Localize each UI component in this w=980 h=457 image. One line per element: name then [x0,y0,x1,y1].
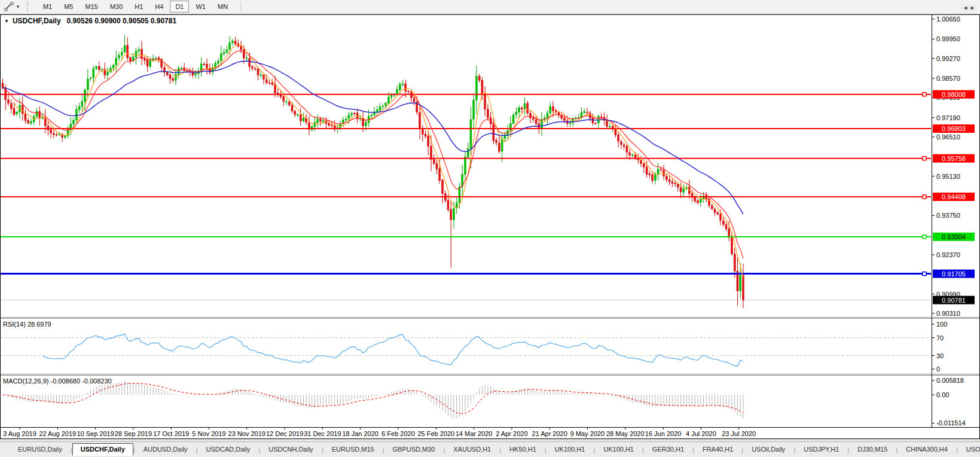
svg-text:4 Jul 2020: 4 Jul 2020 [686,430,716,437]
svg-text:0.95130: 0.95130 [936,173,960,180]
timeframe-button-h4[interactable]: H4 [149,1,169,13]
rsi-label: RSI(14) 28.6979 [3,321,51,328]
macd-label: MACD(12,26,9) -0.008680 -0.008230 [3,377,112,385]
timeframe-button-m30[interactable]: M30 [105,1,128,13]
svg-text:0.96510: 0.96510 [936,133,960,141]
chart-title: ▼ USDCHF,Daily 0.90526 0.90900 0.90505 0… [4,17,176,25]
svg-text:-0.011514: -0.011514 [936,419,966,426]
timeframe-buttons: M1M5M15M30H1H4D1W1MN [35,0,236,13]
svg-text:31 Dec 2019: 31 Dec 2019 [304,430,341,437]
timeframe-button-h1[interactable]: H1 [129,1,148,13]
trendline-tool-icon [4,2,14,11]
chart-window: ▼ USDCHF,Daily 0.90526 0.90900 0.90505 0… [0,14,980,439]
svg-text:30: 30 [936,352,944,359]
dropdown-caret-icon[interactable]: ▼ [16,4,20,10]
svg-text:17 Oct 2019: 17 Oct 2019 [153,430,189,437]
chart-tab-eurusd-m15[interactable]: EURUSD,M15 [323,443,383,456]
svg-text:0.99950: 0.99950 [936,35,960,42]
level-marker[interactable] [923,195,926,199]
chart-tab-usdchf-daily[interactable]: USDCHF,Daily [72,443,133,456]
svg-text:0.94408: 0.94408 [942,193,966,200]
chart-tab-hk50-h1[interactable]: HK50,H1 [501,443,545,456]
chart-tab-xauusd-h1[interactable]: XAUUSD,H1 [445,443,499,456]
chart-symbol-label: USDCHF,Daily [13,17,61,25]
svg-text:0.93004: 0.93004 [942,233,966,240]
chart-ohlc-values: 0.90526 0.90900 0.90505 0.90781 [67,17,177,25]
trendline-tool-button[interactable]: ▼ [2,1,22,12]
svg-text:2 Apr 2020: 2 Apr 2020 [496,430,527,437]
chart-tab-eurusd-daily[interactable]: EURUSD,Daily [10,443,71,456]
level-marker[interactable] [923,272,926,276]
chart-tab-audusd-daily[interactable]: AUDUSD,Daily [135,443,196,456]
svg-text:0.99270: 0.99270 [936,55,960,62]
chart-tab-usdjpy-h1[interactable]: USDJPY,H1 [795,443,847,456]
timeframe-button-m15[interactable]: M15 [80,1,103,13]
svg-text:0.00: 0.00 [936,391,949,398]
svg-text:28 Sep 2019: 28 Sep 2019 [115,430,152,437]
svg-text:0.96803: 0.96803 [942,125,966,132]
tab-scroll-left-icon[interactable]: ◄ [963,5,970,11]
chart-tab-china300-h4[interactable]: CHINA300,H4 [897,443,956,456]
chart-tab-ger30-h1[interactable]: GER30,H1 [644,443,692,456]
chart-tab-uk100-h1[interactable]: UK100,H1 [547,443,594,456]
symbol-caret-icon[interactable]: ▼ [4,19,9,24]
chart-tab-gbpusd-m30[interactable]: GBPUSD,M30 [384,443,444,456]
svg-text:21 Apr 2020: 21 Apr 2020 [532,430,567,437]
chart-tab-dj30-m15[interactable]: DJ30,M15 [849,443,896,456]
svg-text:25 Feb 2020: 25 Feb 2020 [417,430,454,437]
svg-text:12 Dec 2019: 12 Dec 2019 [266,430,303,437]
svg-text:0.90781: 0.90781 [942,297,966,304]
svg-text:70: 70 [936,334,944,342]
svg-text:0.95758: 0.95758 [942,155,966,162]
level-marker[interactable] [923,93,926,96]
svg-text:23 Jul 2020: 23 Jul 2020 [722,430,756,437]
toolbar-grip [27,2,31,11]
svg-text:0.97190: 0.97190 [936,114,960,121]
chart-tab-usoil-daily[interactable]: USOil,Daily [743,443,793,456]
chart-tab-uk100-h1[interactable]: UK100,H1 [595,443,642,456]
timeframe-button-m5[interactable]: M5 [59,1,78,13]
chart-tab-usoil-h4[interactable]: USOil,H4 [958,443,980,456]
tab-scroll-right-icon[interactable]: ► [970,5,977,11]
timeframe-button-d1[interactable]: D1 [170,1,189,13]
level-marker[interactable] [923,157,926,160]
svg-text:16 Jun 2020: 16 Jun 2020 [645,430,682,437]
svg-text:0.98570: 0.98570 [936,75,960,82]
svg-text:3 Aug 2019: 3 Aug 2019 [3,430,36,437]
chart-tab-fra40-h1[interactable]: FRA40,H1 [694,443,741,456]
chart-tab-usdcnh-daily[interactable]: USDCNH,Daily [260,443,322,456]
chart-tab-usdcad-daily[interactable]: USDCAD,Daily [197,443,258,456]
svg-text:0.98008: 0.98008 [942,91,966,98]
svg-text:9 May 2020: 9 May 2020 [570,430,605,437]
level-marker[interactable] [923,235,926,239]
svg-text:14 Mar 2020: 14 Mar 2020 [456,430,493,437]
timeframe-button-m1[interactable]: M1 [38,1,57,13]
svg-text:23 Nov 2019: 23 Nov 2019 [228,430,265,437]
svg-text:22 Aug 2019: 22 Aug 2019 [39,430,76,437]
svg-text:18 Jan 2020: 18 Jan 2020 [342,430,378,437]
toolbar-divider [240,2,241,11]
chart-canvas[interactable]: RSI(14) 28.6979MACD(12,26,9) -0.008680 -… [0,14,980,439]
svg-text:0.93750: 0.93750 [936,212,960,219]
svg-text:0.90310: 0.90310 [936,310,960,317]
svg-text:100: 100 [936,321,947,328]
tab-scroll-arrows: ◄► [960,5,977,11]
svg-text:0: 0 [936,365,940,373]
timeframe-button-w1[interactable]: W1 [190,1,211,13]
svg-text:0.005818: 0.005818 [936,377,964,384]
svg-text:0.92370: 0.92370 [936,251,960,258]
svg-text:6 Feb 2020: 6 Feb 2020 [381,430,415,437]
svg-text:0.91705: 0.91705 [942,270,966,278]
timeframe-button-mn[interactable]: MN [212,1,233,13]
svg-text:10 Sep 2019: 10 Sep 2019 [77,430,114,437]
top-toolbar: ▼ M1M5M15M30H1H4D1W1MN [0,0,980,14]
svg-text:5 Nov 2019: 5 Nov 2019 [192,430,225,437]
svg-text:1.00650: 1.00650 [936,16,960,23]
svg-text:28 May 2020: 28 May 2020 [606,430,645,437]
chart-tab-bar: EURUSD,Daily|USDCHF,Daily|AUDUSD,Daily|U… [0,441,980,457]
